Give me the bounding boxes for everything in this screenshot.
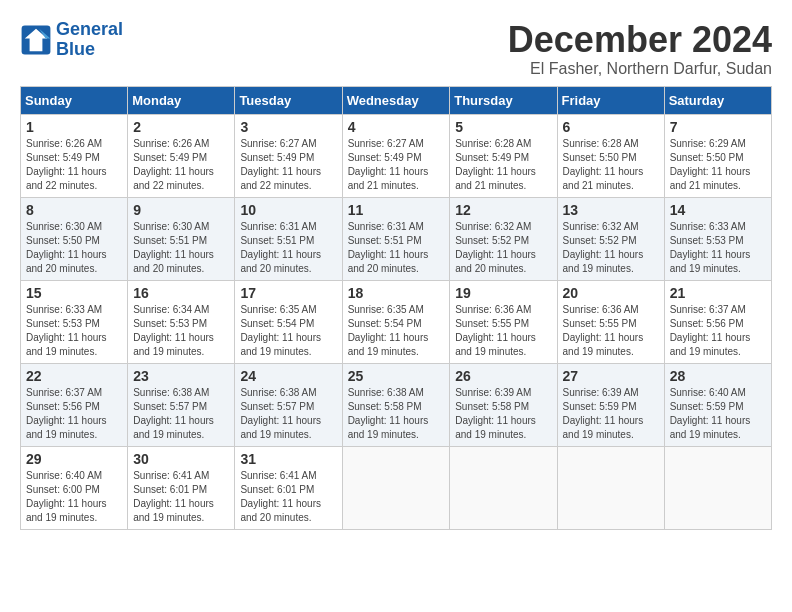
day-cell: 12Sunrise: 6:32 AM Sunset: 5:52 PM Dayli…	[450, 197, 557, 280]
day-cell: 24Sunrise: 6:38 AM Sunset: 5:57 PM Dayli…	[235, 363, 342, 446]
day-info: Sunrise: 6:26 AM Sunset: 5:49 PM Dayligh…	[26, 137, 122, 193]
day-info: Sunrise: 6:40 AM Sunset: 5:59 PM Dayligh…	[670, 386, 766, 442]
week-row-3: 15Sunrise: 6:33 AM Sunset: 5:53 PM Dayli…	[21, 280, 772, 363]
day-info: Sunrise: 6:36 AM Sunset: 5:55 PM Dayligh…	[563, 303, 659, 359]
header-row: SundayMondayTuesdayWednesdayThursdayFrid…	[21, 86, 772, 114]
day-cell: 4Sunrise: 6:27 AM Sunset: 5:49 PM Daylig…	[342, 114, 450, 197]
day-info: Sunrise: 6:39 AM Sunset: 5:59 PM Dayligh…	[563, 386, 659, 442]
day-number: 5	[455, 119, 551, 135]
day-info: Sunrise: 6:26 AM Sunset: 5:49 PM Dayligh…	[133, 137, 229, 193]
day-cell: 8Sunrise: 6:30 AM Sunset: 5:50 PM Daylig…	[21, 197, 128, 280]
day-cell: 28Sunrise: 6:40 AM Sunset: 5:59 PM Dayli…	[664, 363, 771, 446]
logo-icon	[20, 24, 52, 56]
title-block: December 2024 El Fasher, Northern Darfur…	[508, 20, 772, 78]
day-cell: 7Sunrise: 6:29 AM Sunset: 5:50 PM Daylig…	[664, 114, 771, 197]
header-cell-wednesday: Wednesday	[342, 86, 450, 114]
day-info: Sunrise: 6:35 AM Sunset: 5:54 PM Dayligh…	[240, 303, 336, 359]
day-number: 26	[455, 368, 551, 384]
day-info: Sunrise: 6:38 AM Sunset: 5:57 PM Dayligh…	[133, 386, 229, 442]
day-info: Sunrise: 6:31 AM Sunset: 5:51 PM Dayligh…	[348, 220, 445, 276]
day-cell	[557, 446, 664, 529]
day-info: Sunrise: 6:41 AM Sunset: 6:01 PM Dayligh…	[240, 469, 336, 525]
day-number: 2	[133, 119, 229, 135]
day-cell: 23Sunrise: 6:38 AM Sunset: 5:57 PM Dayli…	[128, 363, 235, 446]
day-number: 4	[348, 119, 445, 135]
header-cell-saturday: Saturday	[664, 86, 771, 114]
day-cell: 5Sunrise: 6:28 AM Sunset: 5:49 PM Daylig…	[450, 114, 557, 197]
day-info: Sunrise: 6:27 AM Sunset: 5:49 PM Dayligh…	[240, 137, 336, 193]
day-number: 10	[240, 202, 336, 218]
day-number: 16	[133, 285, 229, 301]
day-number: 25	[348, 368, 445, 384]
week-row-1: 1Sunrise: 6:26 AM Sunset: 5:49 PM Daylig…	[21, 114, 772, 197]
day-cell: 9Sunrise: 6:30 AM Sunset: 5:51 PM Daylig…	[128, 197, 235, 280]
day-number: 18	[348, 285, 445, 301]
day-info: Sunrise: 6:28 AM Sunset: 5:50 PM Dayligh…	[563, 137, 659, 193]
day-number: 17	[240, 285, 336, 301]
day-number: 6	[563, 119, 659, 135]
header-cell-monday: Monday	[128, 86, 235, 114]
day-info: Sunrise: 6:38 AM Sunset: 5:58 PM Dayligh…	[348, 386, 445, 442]
calendar-table: SundayMondayTuesdayWednesdayThursdayFrid…	[20, 86, 772, 530]
day-cell: 18Sunrise: 6:35 AM Sunset: 5:54 PM Dayli…	[342, 280, 450, 363]
day-cell: 1Sunrise: 6:26 AM Sunset: 5:49 PM Daylig…	[21, 114, 128, 197]
day-number: 19	[455, 285, 551, 301]
day-cell: 27Sunrise: 6:39 AM Sunset: 5:59 PM Dayli…	[557, 363, 664, 446]
day-cell: 20Sunrise: 6:36 AM Sunset: 5:55 PM Dayli…	[557, 280, 664, 363]
day-cell	[342, 446, 450, 529]
day-info: Sunrise: 6:32 AM Sunset: 5:52 PM Dayligh…	[455, 220, 551, 276]
day-number: 15	[26, 285, 122, 301]
day-info: Sunrise: 6:30 AM Sunset: 5:50 PM Dayligh…	[26, 220, 122, 276]
day-number: 3	[240, 119, 336, 135]
day-number: 24	[240, 368, 336, 384]
day-info: Sunrise: 6:34 AM Sunset: 5:53 PM Dayligh…	[133, 303, 229, 359]
header-cell-thursday: Thursday	[450, 86, 557, 114]
day-info: Sunrise: 6:28 AM Sunset: 5:49 PM Dayligh…	[455, 137, 551, 193]
calendar-subtitle: El Fasher, Northern Darfur, Sudan	[508, 60, 772, 78]
day-info: Sunrise: 6:27 AM Sunset: 5:49 PM Dayligh…	[348, 137, 445, 193]
day-number: 9	[133, 202, 229, 218]
day-cell: 15Sunrise: 6:33 AM Sunset: 5:53 PM Dayli…	[21, 280, 128, 363]
day-info: Sunrise: 6:29 AM Sunset: 5:50 PM Dayligh…	[670, 137, 766, 193]
day-number: 11	[348, 202, 445, 218]
day-cell: 2Sunrise: 6:26 AM Sunset: 5:49 PM Daylig…	[128, 114, 235, 197]
day-number: 7	[670, 119, 766, 135]
day-info: Sunrise: 6:31 AM Sunset: 5:51 PM Dayligh…	[240, 220, 336, 276]
day-number: 29	[26, 451, 122, 467]
day-number: 13	[563, 202, 659, 218]
header-cell-friday: Friday	[557, 86, 664, 114]
day-number: 21	[670, 285, 766, 301]
day-number: 12	[455, 202, 551, 218]
day-cell: 25Sunrise: 6:38 AM Sunset: 5:58 PM Dayli…	[342, 363, 450, 446]
day-cell: 10Sunrise: 6:31 AM Sunset: 5:51 PM Dayli…	[235, 197, 342, 280]
day-cell	[664, 446, 771, 529]
week-row-5: 29Sunrise: 6:40 AM Sunset: 6:00 PM Dayli…	[21, 446, 772, 529]
header-cell-sunday: Sunday	[21, 86, 128, 114]
day-cell: 21Sunrise: 6:37 AM Sunset: 5:56 PM Dayli…	[664, 280, 771, 363]
day-cell	[450, 446, 557, 529]
day-info: Sunrise: 6:30 AM Sunset: 5:51 PM Dayligh…	[133, 220, 229, 276]
day-info: Sunrise: 6:36 AM Sunset: 5:55 PM Dayligh…	[455, 303, 551, 359]
day-info: Sunrise: 6:38 AM Sunset: 5:57 PM Dayligh…	[240, 386, 336, 442]
day-cell: 29Sunrise: 6:40 AM Sunset: 6:00 PM Dayli…	[21, 446, 128, 529]
day-number: 27	[563, 368, 659, 384]
day-info: Sunrise: 6:35 AM Sunset: 5:54 PM Dayligh…	[348, 303, 445, 359]
week-row-2: 8Sunrise: 6:30 AM Sunset: 5:50 PM Daylig…	[21, 197, 772, 280]
day-cell: 13Sunrise: 6:32 AM Sunset: 5:52 PM Dayli…	[557, 197, 664, 280]
day-cell: 14Sunrise: 6:33 AM Sunset: 5:53 PM Dayli…	[664, 197, 771, 280]
day-number: 20	[563, 285, 659, 301]
header-cell-tuesday: Tuesday	[235, 86, 342, 114]
day-number: 28	[670, 368, 766, 384]
day-cell: 30Sunrise: 6:41 AM Sunset: 6:01 PM Dayli…	[128, 446, 235, 529]
day-cell: 16Sunrise: 6:34 AM Sunset: 5:53 PM Dayli…	[128, 280, 235, 363]
day-cell: 22Sunrise: 6:37 AM Sunset: 5:56 PM Dayli…	[21, 363, 128, 446]
day-info: Sunrise: 6:33 AM Sunset: 5:53 PM Dayligh…	[670, 220, 766, 276]
day-cell: 6Sunrise: 6:28 AM Sunset: 5:50 PM Daylig…	[557, 114, 664, 197]
day-info: Sunrise: 6:37 AM Sunset: 5:56 PM Dayligh…	[26, 386, 122, 442]
day-number: 30	[133, 451, 229, 467]
day-number: 1	[26, 119, 122, 135]
day-cell: 3Sunrise: 6:27 AM Sunset: 5:49 PM Daylig…	[235, 114, 342, 197]
day-info: Sunrise: 6:33 AM Sunset: 5:53 PM Dayligh…	[26, 303, 122, 359]
logo: General Blue	[20, 20, 123, 60]
logo-text: General Blue	[56, 20, 123, 60]
